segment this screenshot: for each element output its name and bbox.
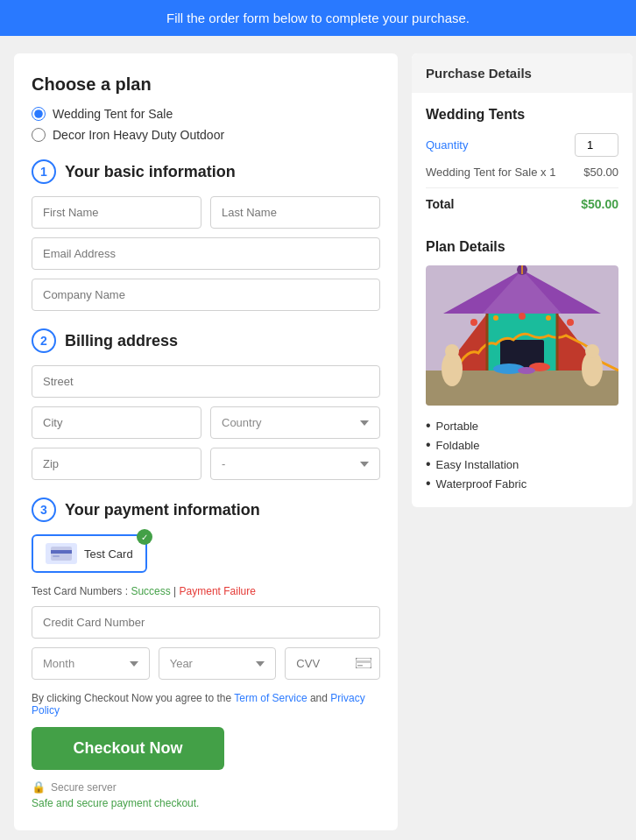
plan-details-title: Plan Details xyxy=(426,239,618,255)
agree-text: By clicking Checkout Now you agree to th… xyxy=(32,692,380,716)
line-item: Wedding Tent for Sale x 1 $50.00 xyxy=(426,166,618,188)
line-item-price: $50.00 xyxy=(583,166,618,179)
billing-header: 2 Billing address xyxy=(32,328,380,353)
feature-item-1: Foldable xyxy=(426,435,618,455)
test-card-prefix: Test Card Numbers : xyxy=(32,585,131,597)
checkout-button[interactable]: Checkout Now xyxy=(32,727,224,770)
safe-text: Safe and secure payment checkout. xyxy=(32,797,380,809)
total-amount: $50.00 xyxy=(581,197,618,211)
year-select[interactable]: Year 20242025202620272028 xyxy=(159,647,277,680)
payment-header: 3 Your payment information xyxy=(32,498,380,522)
choose-plan-title: Choose a plan xyxy=(32,74,380,95)
card-label: Test Card xyxy=(84,547,133,561)
product-title: Wedding Tents xyxy=(426,107,618,123)
company-input[interactable] xyxy=(32,279,380,311)
plan-radio-wedding[interactable] xyxy=(32,107,46,121)
city-country-row: Country United States United Kingdom Can… xyxy=(32,406,380,439)
total-label: Total xyxy=(426,197,454,211)
plan-label-decor: Decor Iron Heavy Duty Outdoor xyxy=(53,128,224,142)
secure-row: 🔒 Secure server xyxy=(32,780,380,794)
top-banner: Fill the order form below to complete yo… xyxy=(0,0,636,36)
purchase-body: Wedding Tents Quantity Wedding Tent for … xyxy=(412,93,632,225)
basic-info-header: 1 Your basic information xyxy=(32,159,380,184)
agree-prefix: By clicking Checkout Now you agree to th… xyxy=(32,692,234,704)
line-item-label: Wedding Tent for Sale x 1 xyxy=(426,166,555,179)
tent-svg xyxy=(426,265,618,406)
zip-state-row: - AL CA NY TX xyxy=(32,448,380,480)
svg-point-29 xyxy=(518,367,535,374)
quantity-row: Quantity xyxy=(426,133,618,157)
name-row xyxy=(32,196,380,229)
test-card-info: Test Card Numbers : Success | Payment Fa… xyxy=(32,585,380,597)
billing-title: Billing address xyxy=(65,332,178,350)
state-select[interactable]: - AL CA NY TX xyxy=(210,448,380,480)
svg-rect-2 xyxy=(53,555,60,557)
section-number-1: 1 xyxy=(32,159,56,184)
card-icon xyxy=(46,543,77,564)
plan-details-section: Plan Details xyxy=(412,225,632,507)
svg-point-26 xyxy=(585,344,599,358)
cc-row xyxy=(32,606,380,639)
pipe-text: | xyxy=(171,585,180,597)
svg-point-24 xyxy=(445,344,459,358)
svg-point-18 xyxy=(470,319,477,326)
main-container: Choose a plan Wedding Tent for Sale Deco… xyxy=(0,36,636,840)
feature-item-0: Portable xyxy=(426,416,618,435)
quantity-input[interactable] xyxy=(575,133,618,157)
svg-rect-1 xyxy=(51,550,72,554)
card-selected-check: ✓ xyxy=(137,529,152,545)
company-row xyxy=(32,279,380,311)
city-input[interactable] xyxy=(32,406,201,439)
section-number-2: 2 xyxy=(32,328,56,353)
banner-text: Fill the order form below to complete yo… xyxy=(166,11,470,25)
zip-input[interactable] xyxy=(32,448,201,480)
cvv-wrapper xyxy=(285,647,380,680)
month-select[interactable]: Month 01020304 05060708 09101112 xyxy=(32,647,150,680)
cc-number-input[interactable] xyxy=(32,606,380,639)
left-panel: Choose a plan Wedding Tent for Sale Deco… xyxy=(14,53,398,830)
total-row: Total $50.00 xyxy=(426,197,618,211)
tent-image xyxy=(426,265,618,406)
plan-option-wedding[interactable]: Wedding Tent for Sale xyxy=(32,107,380,121)
and-text: and xyxy=(307,692,331,704)
tos-link[interactable]: Term of Service xyxy=(234,692,307,704)
plan-option-decor[interactable]: Decor Iron Heavy Duty Outdoor xyxy=(32,128,380,142)
test-card-option[interactable]: Test Card ✓ xyxy=(32,534,147,573)
street-row xyxy=(32,365,380,398)
feature-list: Portable Foldable Easy Installation Wate… xyxy=(426,416,618,493)
feature-item-3: Waterproof Fabric xyxy=(426,474,618,493)
svg-rect-4 xyxy=(356,660,371,663)
failure-link[interactable]: Payment Failure xyxy=(180,585,256,597)
svg-point-22 xyxy=(567,319,574,326)
country-select[interactable]: Country United States United Kingdom Can… xyxy=(210,406,380,439)
right-panel: Purchase Details Wedding Tents Quantity … xyxy=(412,53,632,507)
purchase-header: Purchase Details xyxy=(412,53,632,93)
street-input[interactable] xyxy=(32,365,380,398)
email-row xyxy=(32,237,380,270)
quantity-label: Quantity xyxy=(426,138,468,152)
svg-point-19 xyxy=(493,315,498,321)
svg-rect-5 xyxy=(357,665,363,667)
first-name-input[interactable] xyxy=(32,196,201,229)
lock-icon: 🔒 xyxy=(32,780,46,794)
last-name-input[interactable] xyxy=(210,196,380,229)
section-number-3: 3 xyxy=(32,498,56,522)
feature-item-2: Easy Installation xyxy=(426,455,618,474)
secure-text: Secure server xyxy=(51,781,117,794)
payment-title: Your payment information xyxy=(65,501,260,519)
card-details-row: Month 01020304 05060708 09101112 Year 20… xyxy=(32,647,380,680)
cvv-card-icon xyxy=(356,657,371,671)
payment-section: Test Card ✓ Test Card Numbers : Success … xyxy=(32,534,380,680)
svg-point-21 xyxy=(546,315,551,321)
success-link[interactable]: Success xyxy=(131,585,170,597)
basic-info-title: Your basic information xyxy=(65,163,236,181)
email-input[interactable] xyxy=(32,237,380,270)
svg-point-20 xyxy=(519,313,526,320)
plan-radio-decor[interactable] xyxy=(32,128,46,142)
plan-label-wedding: Wedding Tent for Sale xyxy=(53,107,173,121)
